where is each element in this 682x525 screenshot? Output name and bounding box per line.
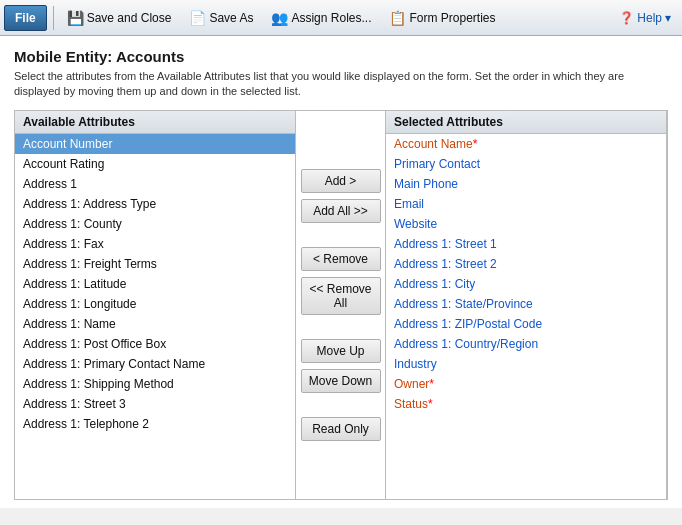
- available-attributes-panel: Available Attributes Account NumberAccou…: [15, 111, 296, 499]
- save-as-label: Save As: [209, 11, 253, 25]
- toolbar-separator-1: [53, 6, 54, 30]
- list-item[interactable]: Address 1: Fax: [15, 234, 295, 254]
- list-item[interactable]: Address 1: Name: [15, 314, 295, 334]
- remove-button[interactable]: < Remove: [301, 247, 381, 271]
- list-item[interactable]: Address 1: Address Type: [15, 194, 295, 214]
- selected-attributes-panel: Selected Attributes Account Name*Primary…: [386, 111, 667, 499]
- list-item[interactable]: Industry: [386, 354, 666, 374]
- page-description: Select the attributes from the Available…: [14, 69, 668, 100]
- list-item[interactable]: Address 1: Street 1: [386, 234, 666, 254]
- help-chevron-icon: ▾: [665, 11, 671, 25]
- save-as-button[interactable]: 📄 Save As: [182, 5, 260, 31]
- list-item[interactable]: Address 1: ZIP/Postal Code: [386, 314, 666, 334]
- selected-attributes-list[interactable]: Account Name*Primary ContactMain PhoneEm…: [386, 134, 666, 499]
- toolbar: File 💾 Save and Close 📄 Save As 👥 Assign…: [0, 0, 682, 36]
- file-button[interactable]: File: [4, 5, 47, 31]
- list-item[interactable]: Address 1: Primary Contact Name: [15, 354, 295, 374]
- assign-roles-button[interactable]: 👥 Assign Roles...: [264, 5, 378, 31]
- required-star: *: [428, 397, 433, 411]
- help-button[interactable]: ❓ Help ▾: [612, 8, 678, 28]
- available-attributes-list[interactable]: Account NumberAccount RatingAddress 1Add…: [15, 134, 295, 499]
- save-close-label: Save and Close: [87, 11, 172, 25]
- list-item[interactable]: Address 1: Country/Region: [386, 334, 666, 354]
- list-item[interactable]: Address 1: Street 2: [386, 254, 666, 274]
- read-only-button[interactable]: Read Only: [301, 417, 381, 441]
- save-close-icon: 💾: [67, 10, 84, 26]
- form-properties-label: Form Properties: [409, 11, 495, 25]
- list-item[interactable]: Account Name*: [386, 134, 666, 154]
- list-item[interactable]: Address 1: Freight Terms: [15, 254, 295, 274]
- list-item[interactable]: Address 1: State/Province: [386, 294, 666, 314]
- content-area: Mobile Entity: Accounts Select the attri…: [0, 36, 682, 508]
- list-item[interactable]: Account Number: [15, 134, 295, 154]
- assign-roles-label: Assign Roles...: [291, 11, 371, 25]
- list-item[interactable]: Main Phone: [386, 174, 666, 194]
- form-properties-button[interactable]: 📋 Form Properties: [382, 5, 502, 31]
- list-item[interactable]: Primary Contact: [386, 154, 666, 174]
- list-item[interactable]: Address 1: Telephone 2: [15, 414, 295, 434]
- list-item[interactable]: Status*: [386, 394, 666, 414]
- list-item[interactable]: Account Rating: [15, 154, 295, 174]
- selected-attributes-header: Selected Attributes: [386, 111, 666, 134]
- required-star: *: [473, 137, 478, 151]
- list-item[interactable]: Owner*: [386, 374, 666, 394]
- list-item[interactable]: Address 1: Latitude: [15, 274, 295, 294]
- save-close-button[interactable]: 💾 Save and Close: [60, 5, 179, 31]
- page-title: Mobile Entity: Accounts: [14, 48, 668, 65]
- list-item[interactable]: Address 1: Post Office Box: [15, 334, 295, 354]
- move-up-button[interactable]: Move Up: [301, 339, 381, 363]
- save-as-icon: 📄: [189, 10, 206, 26]
- move-down-button[interactable]: Move Down: [301, 369, 381, 393]
- list-item[interactable]: Email: [386, 194, 666, 214]
- available-attributes-header: Available Attributes: [15, 111, 295, 134]
- help-label: Help: [637, 11, 662, 25]
- list-item[interactable]: Address 1: Shipping Method: [15, 374, 295, 394]
- list-item[interactable]: Address 1: Street 3: [15, 394, 295, 414]
- list-item[interactable]: Address 1: City: [386, 274, 666, 294]
- assign-roles-icon: 👥: [271, 10, 288, 26]
- add-button[interactable]: Add >: [301, 169, 381, 193]
- main-panel: Available Attributes Account NumberAccou…: [14, 110, 668, 500]
- list-item[interactable]: Website: [386, 214, 666, 234]
- list-item[interactable]: Address 1: Longitude: [15, 294, 295, 314]
- list-item[interactable]: Address 1: [15, 174, 295, 194]
- help-icon: ❓: [619, 11, 634, 25]
- add-all-button[interactable]: Add All >>: [301, 199, 381, 223]
- list-item[interactable]: Address 1: County: [15, 214, 295, 234]
- action-buttons-panel: Add > Add All >> < Remove << Remove All …: [296, 111, 386, 499]
- remove-all-button[interactable]: << Remove All: [301, 277, 381, 315]
- form-properties-icon: 📋: [389, 10, 406, 26]
- required-star: *: [429, 377, 434, 391]
